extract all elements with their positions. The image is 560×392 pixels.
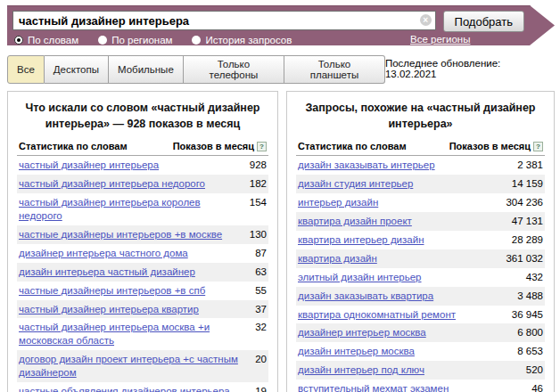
query-link[interactable]: квартира дизайн проект xyxy=(298,215,421,228)
help-icon[interactable]: ? xyxy=(533,142,543,151)
table-row: частные объявления дизайнеров интерьера1… xyxy=(17,382,268,392)
radio-option-1[interactable]: По регионам xyxy=(98,35,172,45)
table-row: дизайн студия интерьер14 159 xyxy=(296,175,545,193)
radio-option-0[interactable]: По словам xyxy=(14,35,78,45)
query-link[interactable]: дизайн студия интерьер xyxy=(298,177,422,191)
shows-value: 3 488 xyxy=(517,290,543,303)
search-box: × xyxy=(12,11,436,30)
query-link[interactable]: частный дизайнер интерьера королев недор… xyxy=(19,196,250,223)
table-body: дизайн заказывать интерьер2 381дизайн ст… xyxy=(296,156,545,392)
shows-value: 432 xyxy=(526,271,543,284)
query-link[interactable]: дизайн заказывать квартира xyxy=(298,290,442,303)
table-row: частный дизайнер интерьера недорого182 xyxy=(17,175,268,193)
column-keywords: Статистика по словам xyxy=(298,141,407,151)
query-link[interactable]: дизайн интерьер под ключ xyxy=(298,363,433,377)
query-link[interactable]: вступительный мехмат экзамен xyxy=(298,382,457,392)
query-link[interactable]: частные объявления дизайнеров интерьера xyxy=(19,385,239,392)
query-link[interactable]: дизайнер интерьер москва xyxy=(298,326,435,339)
shows-value: 63 xyxy=(255,265,267,279)
shows-value: 928 xyxy=(250,159,267,172)
query-link[interactable]: интерьер дизайн xyxy=(298,196,387,209)
all-regions-link[interactable]: Все регионы xyxy=(410,34,470,45)
query-link[interactable]: квартира дизайн xyxy=(298,252,386,265)
shows-value: 28 289 xyxy=(512,233,543,247)
panel-title: Что искали со словом «частный дизайнер и… xyxy=(22,101,263,132)
help-icon[interactable]: ? xyxy=(257,142,267,151)
search-row: × Подобрать xyxy=(12,11,524,30)
tab-0[interactable]: Все xyxy=(7,55,45,84)
shows-value: 37 xyxy=(255,303,267,316)
search-mode-radios: По словамПо регионамИстория запросов xyxy=(14,34,457,45)
shows-value: 47 131 xyxy=(512,215,543,228)
query-link[interactable]: частные дизайнеры интерьеров +в спб xyxy=(19,284,214,298)
table-row: частные дизайнеры интерьеров +в москве13… xyxy=(17,225,268,244)
query-link[interactable]: частный дизайнер интерьера недорого xyxy=(19,177,214,191)
shows-value: 130 xyxy=(250,228,267,241)
shows-value: 14 159 xyxy=(512,177,543,191)
query-link[interactable]: дизайн интерьер москва xyxy=(298,345,424,358)
query-link[interactable]: дизайн интерьера частный дизайнер xyxy=(19,265,204,279)
query-link[interactable]: дизайн заказывать интерьер xyxy=(298,159,444,172)
submit-button[interactable]: Подобрать xyxy=(443,11,524,32)
column-shows: Показов в месяц xyxy=(449,141,531,151)
shows-value: 2 381 xyxy=(517,159,543,172)
table-row: частные дизайнеры интерьеров +в спб55 xyxy=(17,282,268,300)
query-link[interactable]: квартира однокомнатный ремонт xyxy=(298,308,465,322)
shows-value: 154 xyxy=(250,196,267,209)
table-row: дизайн интерьер москва8 653 xyxy=(296,342,545,361)
table-row: дизайнер интерьер москва6 800 xyxy=(296,323,545,342)
query-link[interactable]: частный дизайнер интерьера xyxy=(19,159,168,172)
tab-3[interactable]: Только телефоны xyxy=(184,55,284,84)
table-row: квартира дизайн проект47 131 xyxy=(296,212,545,231)
table-row: дизайн заказывать интерьер2 381 xyxy=(296,156,545,175)
query-link[interactable]: частный дизайнер интерьера москва +и мос… xyxy=(19,321,255,347)
search-input[interactable] xyxy=(12,11,436,30)
table-header: Статистика по словам Показов в месяц ? xyxy=(296,141,545,156)
shows-value: 46 xyxy=(531,382,543,392)
radio-dot-icon xyxy=(98,36,107,45)
table-row: дизайн заказывать квартира3 488 xyxy=(296,287,545,306)
search-header: × Подобрать По словамПо регионамИстория … xyxy=(7,5,555,45)
table-row: частный дизайнер интерьера москва +и мос… xyxy=(17,318,268,350)
table-row: частный дизайнер интерьера королев недор… xyxy=(17,193,268,225)
table-row: элитный дизайн интерьер432 xyxy=(296,268,545,287)
table-row: дизайн интерьера частный дизайнер63 xyxy=(17,263,268,282)
shows-value: 520 xyxy=(526,363,543,377)
query-link[interactable]: дизайнер интерьера частного дома xyxy=(19,247,197,260)
last-update-label: Последнее обновление: 13.02.2021 xyxy=(385,55,553,79)
shows-value: 361 032 xyxy=(506,252,543,265)
shows-value: 87 xyxy=(255,247,267,260)
panel-searched-with-word: Что искали со словом «частный дизайнер и… xyxy=(7,91,278,392)
shows-value: 32 xyxy=(255,321,267,334)
shows-value: 20 xyxy=(255,353,267,366)
table-row: частный дизайнер интерьера квартир37 xyxy=(17,300,268,319)
shows-value: 304 236 xyxy=(506,196,543,209)
tab-2[interactable]: Мобильные xyxy=(109,55,184,84)
shows-value: 19 xyxy=(255,385,267,392)
results-area: Что искали со словом «частный дизайнер и… xyxy=(7,91,555,392)
table-row: интерьер дизайн304 236 xyxy=(296,193,545,212)
column-shows: Показов в месяц xyxy=(173,141,254,151)
table-row: дизайнер интерьера частного дома87 xyxy=(17,244,268,263)
query-link[interactable]: договор дизайн проект интерьера +с частн… xyxy=(19,353,255,380)
table-row: частный дизайнер интерьера928 xyxy=(17,156,268,175)
radio-label: По словам xyxy=(28,35,78,45)
tab-1[interactable]: Десктопы xyxy=(45,55,109,84)
query-link[interactable]: частный дизайнер интерьера квартир xyxy=(19,303,208,316)
table-row: квартира однокомнатный ремонт36 945 xyxy=(296,306,545,324)
device-filter-bar: ВсеДесктопыМобильныеТолько телефоныТольк… xyxy=(7,55,553,84)
clear-icon[interactable]: × xyxy=(420,14,432,26)
radio-dot-icon xyxy=(14,36,23,45)
shows-value: 6 800 xyxy=(517,326,543,339)
query-link[interactable]: квартира интерьер дизайн xyxy=(298,233,433,247)
query-link[interactable]: частные дизайнеры интерьеров +в москве xyxy=(19,228,231,241)
query-link[interactable]: элитный дизайн интерьер xyxy=(298,271,431,284)
radio-label: История запросов xyxy=(205,35,292,45)
radio-option-2[interactable]: История запросов xyxy=(192,35,292,45)
table-body: частный дизайнер интерьера928частный диз… xyxy=(17,156,268,392)
table-header: Статистика по словам Показов в месяц ? xyxy=(17,141,268,156)
table-row: квартира интерьер дизайн28 289 xyxy=(296,231,545,249)
column-keywords: Статистика по словам xyxy=(19,141,128,151)
shows-value: 55 xyxy=(255,284,267,298)
tab-4[interactable]: Только планшеты xyxy=(284,55,385,84)
